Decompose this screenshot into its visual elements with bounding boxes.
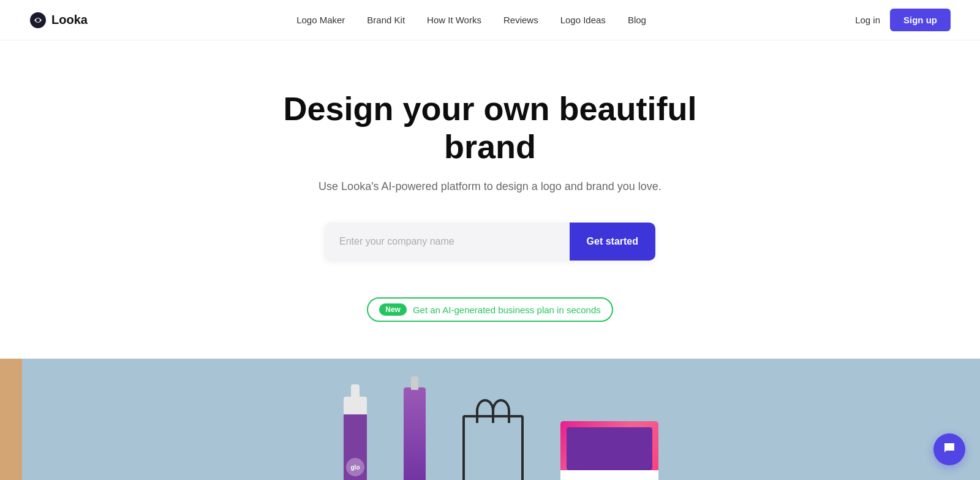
product-nail-polish-1 [344, 359, 367, 480]
login-button[interactable]: Log in [855, 15, 880, 25]
signup-button[interactable]: Sign up [890, 9, 951, 31]
logo-text: Looka [51, 13, 88, 27]
nav-item-how-it-works[interactable]: How It Works [427, 15, 481, 26]
nav-item-logo-ideas[interactable]: Logo Ideas [560, 15, 606, 26]
logo[interactable]: Looka [29, 12, 88, 29]
hero-subtitle: Use Looka's AI-powered platform to desig… [318, 180, 662, 193]
promo-badge-row: New Get an AI-generated business plan in… [367, 297, 613, 322]
promo-badge-text: Get an AI-generated business plan in sec… [413, 305, 601, 315]
nav-item-brand-kit[interactable]: Brand Kit [367, 15, 405, 26]
product-display [22, 359, 980, 480]
navbar: Looka Logo Maker Brand Kit How It Works … [0, 0, 980, 40]
promo-badge[interactable]: New Get an AI-generated business plan in… [367, 297, 613, 322]
card-envelope-mockup [560, 421, 658, 480]
tote-bag-mockup [462, 415, 524, 480]
get-started-button[interactable]: Get started [570, 223, 655, 261]
nail-polish-bottle-2 [404, 387, 426, 480]
product-card-envelope [560, 359, 658, 480]
chat-widget[interactable] [933, 433, 965, 465]
nav-item-logo-maker[interactable]: Logo Maker [296, 15, 345, 26]
company-name-form: Get started [325, 223, 655, 261]
logo-icon [29, 12, 47, 29]
svg-point-1 [36, 18, 40, 22]
tan-accent [0, 359, 22, 480]
product-nail-polish-2 [404, 359, 426, 480]
new-label: New [379, 303, 407, 316]
hero-title: Design your own beautiful brand [245, 90, 735, 166]
product-showcase [0, 359, 980, 480]
nav-links: Logo Maker Brand Kit How It Works Review… [296, 15, 646, 26]
nail-polish-bottle-1 [344, 397, 367, 480]
card-inner-mockup [567, 427, 652, 470]
nav-actions: Log in Sign up [855, 9, 951, 31]
nav-item-blog[interactable]: Blog [628, 15, 646, 26]
chat-icon [942, 441, 957, 459]
nav-item-reviews[interactable]: Reviews [503, 15, 538, 26]
hero-section: Design your own beautiful brand Use Look… [0, 40, 980, 359]
company-name-input[interactable] [325, 223, 570, 261]
product-tote-bag [462, 359, 524, 480]
